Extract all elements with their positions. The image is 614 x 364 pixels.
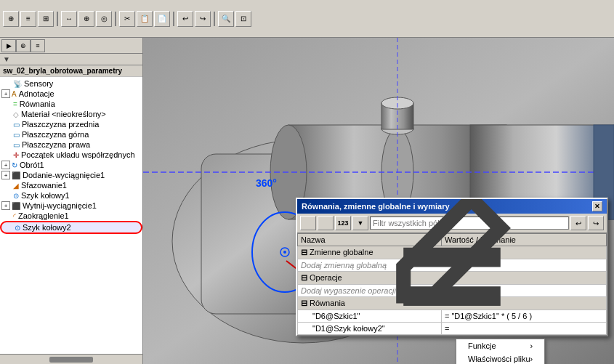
tree-item-label: Materiał <nieokreślony> [21,110,106,118]
tree-item-szyk-kolowy2[interactable]: ⊙ Szyk kołowy2 [0,221,142,234]
extrude-icon: ⬛ [12,171,20,179]
tree-item-label: Wytnij-wyciągnięcie1 [23,201,97,210]
adnotacje-icon: A [12,90,17,98]
tree-item-adnotacje[interactable]: + A Adnotacje [0,89,142,99]
toolbar-btn-13[interactable]: ⊡ [235,11,251,27]
tree-item-dodanie[interactable]: + ⬛ Dodanie-wyciągnięcie1 [0,170,142,180]
toolbar-btn-7[interactable]: ✂ [119,11,135,27]
toolbar-btn-1[interactable]: ⊕ [3,11,19,27]
material-icon: ◇ [13,110,19,118]
toolbar-btn-5[interactable]: ⊕ [78,11,94,27]
plane-icon-3: ▭ [13,141,20,149]
tree-tab-1[interactable]: ▶ [1,39,16,52]
expand-wytnij[interactable]: + [1,201,10,210]
left-panel-tabs: ▶ ⊕ ≡ [0,38,142,54]
tree-item-sfazowanie1[interactable]: ◢ Sfazowanie1 [0,180,142,190]
top-toolbar: ⊕ ≡ ⊞ ↔ ⊕ ◎ ✂ 📋 📄 ↩ ↪ 🔍 ⊡ [0,0,614,38]
tree-item-label: Równania [20,100,55,108]
tree-item-label: Początek układu współrzędnych [21,150,135,159]
tree-item-plaszczyzna-gorna[interactable]: ▭ Płaszczyzna górna [0,129,142,139]
dialog-toolbar: 123 ▼ ↩ ↪ [297,214,607,233]
sensory-icon: 📡 [13,80,22,88]
context-item-label-1: Funkcje [468,341,496,350]
cut-icon: ⬛ [12,202,20,210]
tree-item-material[interactable]: ◇ Materiał <nieokreślony> [0,109,142,119]
pattern-icon-2: ⊙ [15,224,20,232]
tree-item-label: Szyk kołowy2 [23,223,71,232]
plane-icon-1: ▭ [13,121,20,129]
expand-adnotacje[interactable]: + [1,89,10,98]
toolbar-sep-4 [214,12,215,26]
tree-tab-2[interactable]: ⊕ [16,39,31,52]
tree-item-obrot1[interactable]: + ↻ Obrót1 [0,160,142,170]
tree-item-poczatek[interactable]: ✛ Początek układu współrzędnych [0,150,142,160]
tree-item-szyk-kolowy1[interactable]: ⊙ Szyk kołowy1 [0,190,142,201]
tree-item-label: Sensory [24,79,53,88]
tree-item-label: Szyk kołowy1 [21,191,70,200]
toolbar-sep-3 [173,12,174,26]
tree-item-label: Obrót1 [20,161,44,169]
tree-item-wytnij[interactable]: + ⬛ Wytnij-wyciągnięcie1 [0,201,142,211]
chamfer-icon: ◢ [13,182,19,190]
tree-item-label: Adnotacje [19,89,54,98]
equation-dialog: Równania, zmienne globalne i wymiary ✕ [296,198,608,336]
tree-item-rownania[interactable]: = Równania [0,99,142,109]
tree-item-label: Dodanie-wyciągnięcie1 [23,171,105,179]
main-area: ▶ ⊕ ≡ ▼ sw_02_bryla_obrotowa_parametry 📡… [0,38,614,364]
left-panel: ▶ ⊕ ≡ ▼ sw_02_bryla_obrotowa_parametry 📡… [0,38,143,364]
viewport[interactable]: 360° Równania, zmienne globalne i wymiar… [143,38,614,364]
tree-item-label: Płaszczyzna prawa [22,140,90,149]
context-item-label-2: Właściwości pliku [468,355,530,363]
tree-item-plaszczyzna-przednia[interactable]: ▭ Płaszczyzna przednia [0,119,142,129]
revolve-icon: ↻ [12,161,17,169]
toolbar-btn-6[interactable]: ◎ [96,11,112,27]
origin-icon: ✛ [13,151,19,159]
toolbar-sep-1 [57,12,58,26]
svg-text:360°: 360° [256,177,277,189]
fillet-icon: ◜ [13,212,16,220]
plane-icon-2: ▭ [13,131,20,139]
left-panel-bottom [0,354,142,364]
context-menu: Funkcje › Właściwości pliku › Zmierz... [456,339,545,364]
toolbar-btn-3[interactable]: ⊞ [38,11,54,27]
tree-item-label: Zaokrąglenie1 [18,211,69,220]
toolbar-btn-11[interactable]: ↪ [195,11,211,27]
expand-obrot1[interactable]: + [1,161,10,169]
pattern-icon-1: ⊙ [13,192,19,200]
toolbar-btn-10[interactable]: ↩ [177,11,193,27]
arrow-icon-2: › [530,355,533,363]
toolbar-btn-9[interactable]: 📄 [154,11,170,27]
dialog-toolbar-btn-2[interactable] [318,216,334,230]
tree-item-zaokraglenie1[interactable]: ◜ Zaokrąglenie1 [0,211,142,221]
scrollbar-thumb[interactable] [49,357,93,363]
arrow-icon-1: › [530,341,533,350]
toolbar-btn-8[interactable]: 📋 [137,11,153,27]
tree-item-label: Płaszczyzna przednia [22,120,99,129]
toolbar-btn-2[interactable]: ≡ [20,11,36,27]
filter-icon: ▼ [3,55,10,63]
toolbar-btn-4[interactable]: ↔ [61,11,77,27]
rownania-icon: = [13,100,17,108]
tree-content: 📡 Sensory + A Adnotacje = Równania ◇ Mat… [0,77,142,354]
svg-point-15 [283,251,286,254]
context-menu-item-wlasciwosci[interactable]: Właściwości pliku › [456,352,544,364]
tree-title: sw_02_bryla_obrotowa_parametry [0,65,142,77]
toolbar-sep-2 [115,12,116,26]
edit-icon [297,199,607,335]
context-menu-item-funkcje[interactable]: Funkcje › [456,339,544,352]
tree-item-label: Płaszczyzna górna [22,130,89,139]
tree-item-plaszczyzna-prawa[interactable]: ▭ Płaszczyzna prawa [0,139,142,150]
tree-tab-3[interactable]: ≡ [31,39,45,52]
toolbar-btn-12[interactable]: 🔍 [218,11,234,27]
tree-filter-bar: ▼ [0,54,142,65]
tree-item-sensory[interactable]: 📡 Sensory [0,78,142,89]
expand-dodanie[interactable]: + [1,171,10,179]
tree-item-label: Sfazowanie1 [21,181,67,190]
